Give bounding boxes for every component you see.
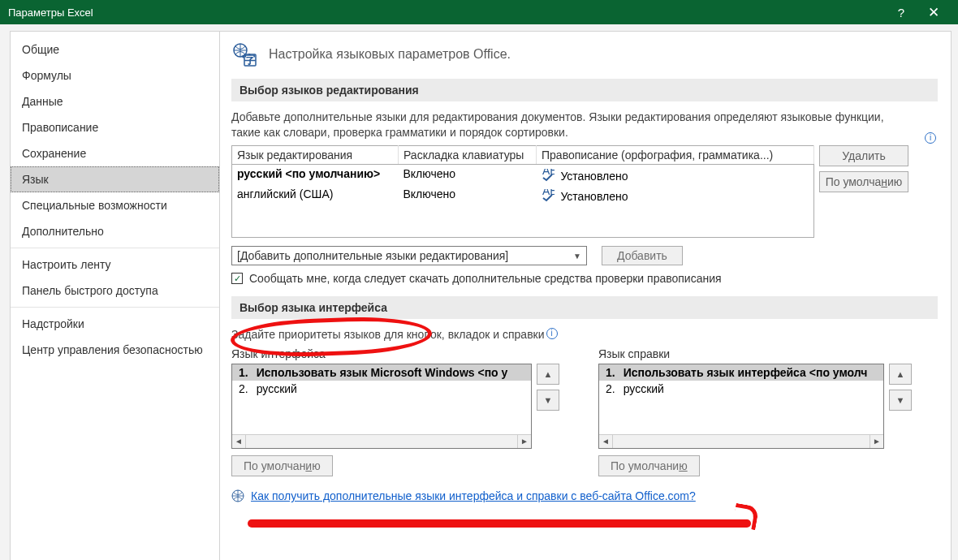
- display-default-button[interactable]: По умолчанию: [231, 455, 333, 476]
- titlebar: Параметры Excel ? ✕: [0, 0, 958, 24]
- display-language-label: Язык интерфейса: [231, 347, 559, 360]
- svg-text:ABC: ABC: [542, 189, 555, 197]
- col-layout: Раскладка клавиатуры: [399, 145, 537, 164]
- sidebar-item-customize-ribbon[interactable]: Настроить ленту: [11, 252, 219, 278]
- page-header: 字 Настройка языковых параметров Office.: [231, 41, 938, 67]
- list-item[interactable]: 2.русский: [599, 381, 883, 397]
- move-up-button[interactable]: ▲: [889, 364, 912, 385]
- move-up-button[interactable]: ▲: [537, 364, 559, 385]
- abc-check-icon: ABC: [542, 169, 555, 182]
- globe-icon: [231, 489, 244, 502]
- table-row[interactable]: английский (США) Включено ABC Установлен…: [232, 185, 814, 205]
- sidebar-item-formulas[interactable]: Формулы: [11, 62, 219, 88]
- sidebar-item-data[interactable]: Данные: [11, 88, 219, 114]
- list-item[interactable]: 2.русский: [232, 381, 531, 397]
- notify-label: Сообщать мне, когда следует скачать допо…: [249, 272, 722, 285]
- add-button[interactable]: Добавить: [602, 246, 683, 265]
- notify-checkbox[interactable]: ✓: [231, 273, 243, 284]
- sidebar-item-advanced[interactable]: Дополнительно: [11, 218, 219, 244]
- help-language-list[interactable]: 1.Использовать язык интерфейса <по умолч…: [598, 364, 884, 449]
- nav-separator: [11, 307, 219, 308]
- sidebar-item-quick-access[interactable]: Панель быстрого доступа: [11, 278, 219, 304]
- window-title: Параметры Excel: [8, 6, 885, 19]
- add-language-combo[interactable]: [Добавить дополнительные языки редактиро…: [231, 246, 587, 265]
- sidebar-item-save[interactable]: Сохранение: [11, 140, 219, 166]
- svg-text:字: 字: [244, 53, 256, 66]
- sidebar-item-general[interactable]: Общие: [11, 37, 219, 62]
- col-language: Язык редактирования: [232, 145, 399, 164]
- close-button[interactable]: ✕: [917, 4, 950, 21]
- help-button[interactable]: ?: [885, 6, 917, 19]
- set-default-button[interactable]: По умолчанию: [819, 171, 908, 192]
- help-default-button[interactable]: По умолчанию: [598, 455, 700, 476]
- section-display-language-header: Выбор языка интерфейса: [231, 296, 938, 319]
- move-down-button[interactable]: ▼: [889, 390, 912, 411]
- help-language-label: Язык справки: [598, 347, 912, 360]
- nav-separator: [11, 248, 219, 248]
- remove-button[interactable]: Удалить: [819, 145, 908, 166]
- sidebar-item-accessibility[interactable]: Специальные возможности: [11, 192, 219, 218]
- list-item[interactable]: 1.Использовать язык интерфейса <по умолч: [599, 364, 883, 381]
- sidebar: Общие Формулы Данные Правописание Сохран…: [11, 32, 220, 560]
- list-item[interactable]: 1.Использовать язык Microsoft Windows <п…: [232, 364, 531, 381]
- dialog-body: Общие Формулы Данные Правописание Сохран…: [10, 31, 952, 560]
- sidebar-item-proofing[interactable]: Правописание: [11, 114, 219, 140]
- editing-languages-table[interactable]: Язык редактирования Раскладка клавиатуры…: [231, 145, 814, 239]
- editing-languages-description: Добавьте дополнительные языки для редакт…: [231, 110, 938, 140]
- more-languages-link[interactable]: Как получить дополнительные языки интерф…: [251, 489, 696, 502]
- section-editing-languages-header: Выбор языков редактирования: [231, 79, 938, 101]
- horizontal-scrollbar[interactable]: ◄►: [232, 434, 531, 448]
- move-down-button[interactable]: ▼: [537, 390, 559, 411]
- chevron-down-icon: ▼: [573, 252, 581, 261]
- sidebar-item-trust-center[interactable]: Центр управления безопасностью: [11, 337, 219, 363]
- abc-check-icon: ABC: [542, 189, 555, 202]
- sidebar-item-addins[interactable]: Надстройки: [11, 311, 219, 337]
- display-language-description: Задайте приоритеты языков для кнопок, вк…: [231, 327, 938, 342]
- col-proofing: Правописание (орфография, грамматика...): [537, 145, 814, 164]
- page-title: Настройка языковых параметров Office.: [269, 47, 511, 62]
- horizontal-scrollbar[interactable]: ◄►: [599, 434, 883, 448]
- sidebar-item-language[interactable]: Язык: [11, 166, 219, 192]
- content-pane: 字 Настройка языковых параметров Office. …: [220, 32, 951, 560]
- svg-text:ABC: ABC: [542, 169, 555, 177]
- info-icon[interactable]: i: [546, 328, 558, 339]
- info-icon[interactable]: i: [925, 132, 936, 144]
- language-icon: 字: [231, 41, 257, 67]
- display-language-list[interactable]: 1.Использовать язык Microsoft Windows <п…: [231, 364, 532, 449]
- table-row[interactable]: русский <по умолчанию> Включено ABC Уста…: [232, 164, 814, 185]
